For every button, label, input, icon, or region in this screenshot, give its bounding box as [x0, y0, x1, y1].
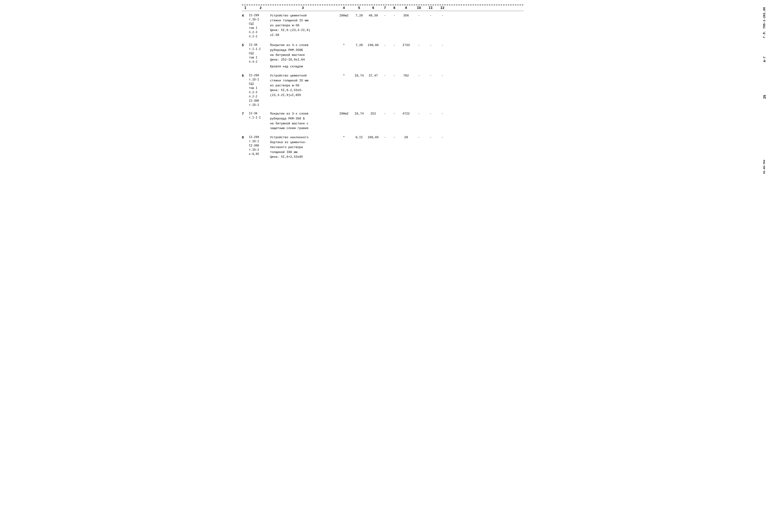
row-col12: - — [436, 13, 448, 17]
row-num: 4 — [242, 13, 249, 18]
doc-label: Г.П. 705-1-201.86 — [763, 7, 767, 38]
row-col9: I733 — [399, 43, 413, 47]
row-col5: 7,20 — [352, 43, 366, 47]
row-unit: " — [336, 43, 352, 47]
row-col6: 37,47 — [366, 73, 380, 77]
row-code: I2-38 т.I-I-I СЦI том I п.4-2 — [249, 43, 270, 64]
row-col10: - — [413, 112, 425, 116]
row-col8: - — [390, 73, 399, 77]
row-col5: 7,20 — [352, 13, 366, 17]
row-col11: - — [425, 43, 436, 47]
row-unit: " — [336, 135, 352, 139]
num-label: 25 — [763, 95, 767, 99]
row-col10: - — [413, 13, 425, 17]
row-col9: 702 — [399, 73, 413, 77]
row-num: 5 — [242, 43, 249, 47]
header-col-5: 5 — [352, 6, 366, 10]
row-col6: 252 — [366, 112, 380, 116]
header-col-10: IO — [413, 6, 425, 10]
row-code: I2-299 т.IO-I СЦI том I п.2-3 п.2-2 I2-3… — [249, 73, 270, 107]
row-col5: I8,74 — [352, 73, 366, 77]
row-col6: 266,65 — [366, 135, 380, 139]
page-container: I 2 3 4 5 6 7 8 9 IO II I2 4I2-299 т.IO-… — [9, 5, 767, 174]
row-desc: Устройство цементной стяжки толщиной IO … — [270, 73, 336, 98]
header-col-8: 8 — [390, 6, 399, 10]
row-col11: - — [425, 13, 436, 17]
row-num: 7 — [242, 112, 249, 116]
row-col7: - — [380, 13, 390, 17]
header-col-6: 6 — [366, 6, 380, 10]
row-col11: - — [425, 73, 436, 77]
row-col7: - — [380, 73, 390, 77]
right-labels: Г.П. 705-1-201.86 А-7 25 81-69-704 — [756, 5, 767, 174]
row-col9: 4722 — [399, 112, 413, 116]
row-col9: 29 — [399, 135, 413, 139]
row-col8: - — [390, 135, 399, 139]
row-col10: - — [413, 135, 425, 139]
row-desc: Покрытие из 3-х слоев рубероида РКМ-350Б… — [270, 43, 336, 69]
row-code: I2-299 т.IO-I I2-300 т.IO-2 к-0,85 — [249, 135, 270, 156]
top-border — [242, 5, 523, 5]
header-col-11: II — [425, 6, 436, 10]
row-desc: Устройство цементной стяжки толщиной I5 … — [270, 13, 336, 38]
table-row: 7I2-38 т.I-I-IПокрытие из 3-х слоев рубе… — [242, 112, 523, 131]
section-label: Кровля над складом — [270, 64, 336, 69]
rows-container: 4I2-299 т.IO-I СЦI том I п.2-3 п.2-2Устр… — [242, 13, 523, 160]
header-col-3: 3 — [270, 6, 336, 10]
row-col9: 356 — [399, 13, 413, 17]
header-row: I 2 3 4 5 6 7 8 9 IO II I2 — [242, 6, 523, 11]
row-col12: - — [436, 135, 448, 139]
row-col6: 240,66 — [366, 43, 380, 47]
row-col12: - — [436, 112, 448, 116]
header-col-2: 2 — [249, 6, 270, 10]
row-col8: - — [390, 43, 399, 47]
row-col5: 0,II — [352, 135, 366, 139]
header-col-1: I — [242, 6, 249, 10]
row-col10: - — [413, 73, 425, 77]
row-num: 6 — [242, 73, 249, 78]
row-desc: Покрытие из 3-х слоев рубероида РКМ-350 … — [270, 112, 336, 131]
page-label: А-7 — [763, 56, 767, 62]
bottom-label: 81-69-704 — [763, 160, 767, 174]
row-col7: - — [380, 135, 390, 139]
row-col7: - — [380, 43, 390, 47]
row-col5: I8,74 — [352, 112, 366, 116]
row-code: I2-299 т.IO-I СЦI том I п.2-3 п.2-2 — [249, 13, 270, 39]
header-col-4: 4 — [336, 6, 352, 10]
row-unit: I00м2 — [336, 112, 352, 116]
row-col12: - — [436, 43, 448, 47]
header-col-7: 7 — [380, 6, 390, 10]
row-col8: - — [390, 13, 399, 17]
table-row: 6I2-299 т.IO-I СЦI том I п.2-3 п.2-2 I2-… — [242, 73, 523, 107]
row-unit: " — [336, 73, 352, 77]
row-unit: I00м2 — [336, 13, 352, 17]
row-col11: - — [425, 112, 436, 116]
header-col-12: I2 — [436, 6, 448, 10]
row-col11: - — [425, 135, 436, 139]
row-col8: - — [390, 112, 399, 116]
row-col10: - — [413, 43, 425, 47]
row-col6: 49,39 — [366, 13, 380, 17]
table-row: 5I2-38 т.I-I-I СЦI том I п.4-2Покрытие и… — [242, 43, 523, 69]
table-row: 8I2-299 т.IO-I I2-300 т.IO-2 к-0,85Устро… — [242, 135, 523, 160]
row-col12: - — [436, 73, 448, 77]
row-desc: Устройство наклонного бортика из цементн… — [270, 135, 336, 160]
row-code: I2-38 т.I-I-I — [249, 112, 270, 120]
header-col-9: 9 — [399, 6, 413, 10]
row-num: 8 — [242, 135, 249, 139]
table-row: 4I2-299 т.IO-I СЦI том I п.2-3 п.2-2Устр… — [242, 13, 523, 39]
row-col7: - — [380, 112, 390, 116]
